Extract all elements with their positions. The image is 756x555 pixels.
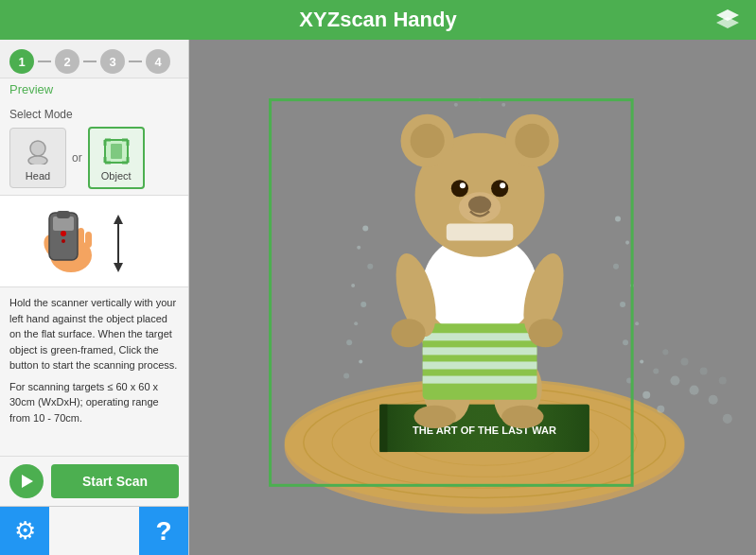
svg-point-83 xyxy=(640,359,643,363)
svg-point-78 xyxy=(613,264,619,269)
head-mode-button[interactable]: Head xyxy=(9,128,66,188)
svg-point-65 xyxy=(459,192,501,222)
svg-point-87 xyxy=(657,406,664,413)
svg-point-52 xyxy=(391,319,425,347)
or-text: or xyxy=(72,151,82,165)
step-connector-1 xyxy=(38,61,51,62)
object-mode-button[interactable]: Object xyxy=(88,127,145,189)
start-scan-button[interactable]: Start Scan xyxy=(51,464,179,498)
main-layout: 1 2 3 4 Preview Select Mode xyxy=(0,40,756,555)
instruction-text: Hold the scanner vertically with your le… xyxy=(0,287,188,456)
svg-rect-21 xyxy=(53,217,74,231)
head-label: Head xyxy=(26,170,50,182)
app-header: XYZscan Handy xyxy=(0,0,756,40)
svg-point-60 xyxy=(451,180,468,197)
mode-options: Head or xyxy=(9,127,179,189)
svg-rect-47 xyxy=(423,347,537,355)
svg-point-92 xyxy=(700,367,708,374)
svg-rect-22 xyxy=(57,211,70,218)
svg-point-72 xyxy=(354,321,358,325)
bottom-bar: ⚙ ? xyxy=(0,506,188,555)
instruction-paragraph-1: Hold the scanner vertically with your le… xyxy=(9,295,179,373)
svg-point-70 xyxy=(351,284,355,287)
svg-point-95 xyxy=(723,414,732,424)
svg-point-80 xyxy=(620,302,625,307)
svg-rect-48 xyxy=(423,361,537,369)
svg-point-75 xyxy=(343,373,349,379)
svg-point-67 xyxy=(362,225,368,231)
svg-point-93 xyxy=(709,395,718,405)
svg-marker-27 xyxy=(114,263,123,272)
camera-view: THE ART OF THE LAST WAR xyxy=(189,40,756,555)
svg-point-57 xyxy=(411,124,445,158)
instruction-illustration xyxy=(0,196,188,287)
preview-label: Preview xyxy=(0,78,188,102)
head-icon xyxy=(21,134,55,168)
svg-point-81 xyxy=(635,321,639,325)
svg-rect-18 xyxy=(78,228,84,247)
app-title: XYZscan Handy xyxy=(299,8,456,32)
svg-marker-26 xyxy=(114,215,123,224)
select-mode-label: Select Mode xyxy=(9,108,179,121)
object-label: Object xyxy=(101,170,132,182)
svg-point-82 xyxy=(623,339,628,345)
svg-point-77 xyxy=(625,241,629,245)
steps-bar: 1 2 3 4 xyxy=(0,40,188,78)
svg-rect-49 xyxy=(423,376,537,384)
svg-point-73 xyxy=(346,339,352,345)
svg-point-98 xyxy=(501,103,505,107)
svg-point-41 xyxy=(414,406,456,428)
left-panel: 1 2 3 4 Preview Select Mode xyxy=(0,40,189,555)
step-connector-3 xyxy=(129,61,142,62)
svg-point-42 xyxy=(501,406,543,428)
instruction-paragraph-2: For scanning targets ≤ 60 x 60 x 30cm (W… xyxy=(9,379,179,426)
svg-point-59 xyxy=(515,124,549,158)
select-mode-section: Select Mode Head or xyxy=(0,102,188,196)
play-button[interactable] xyxy=(9,464,44,498)
svg-point-3 xyxy=(28,156,47,165)
svg-point-61 xyxy=(491,180,508,197)
scan-button-area: Start Scan xyxy=(0,456,188,506)
svg-point-89 xyxy=(670,376,679,386)
svg-marker-1 xyxy=(716,17,739,28)
svg-point-90 xyxy=(680,357,688,365)
svg-rect-38 xyxy=(379,405,387,452)
svg-point-2 xyxy=(30,141,45,156)
svg-point-94 xyxy=(719,377,727,385)
svg-point-74 xyxy=(359,359,362,363)
svg-rect-19 xyxy=(85,232,92,248)
layers-icon xyxy=(714,8,741,32)
svg-point-23 xyxy=(61,231,66,236)
help-icon: ? xyxy=(155,516,171,546)
step-2[interactable]: 2 xyxy=(55,49,79,74)
svg-point-96 xyxy=(454,103,458,107)
svg-point-71 xyxy=(360,302,366,307)
step-3[interactable]: 3 xyxy=(100,49,125,74)
scene-svg: THE ART OF THE LAST WAR xyxy=(189,40,756,555)
svg-point-86 xyxy=(653,369,659,374)
svg-point-53 xyxy=(528,319,562,347)
settings-button[interactable]: ⚙ xyxy=(0,507,49,555)
svg-rect-66 xyxy=(447,223,513,240)
svg-point-88 xyxy=(662,349,668,355)
svg-rect-13 xyxy=(111,144,122,159)
svg-point-76 xyxy=(615,216,621,221)
step-connector-2 xyxy=(83,61,97,62)
svg-point-91 xyxy=(690,386,699,395)
svg-point-85 xyxy=(642,391,650,399)
svg-point-69 xyxy=(367,264,373,269)
svg-point-62 xyxy=(460,182,466,188)
svg-point-24 xyxy=(62,239,65,243)
svg-point-68 xyxy=(357,246,360,250)
scanner-illustration-svg xyxy=(19,203,170,279)
step-4[interactable]: 4 xyxy=(146,49,170,74)
help-button[interactable]: ? xyxy=(139,507,188,555)
step-1[interactable]: 1 xyxy=(9,49,34,74)
gear-icon: ⚙ xyxy=(14,516,36,546)
svg-rect-46 xyxy=(423,333,537,340)
svg-point-63 xyxy=(500,182,505,188)
object-icon xyxy=(99,134,133,168)
